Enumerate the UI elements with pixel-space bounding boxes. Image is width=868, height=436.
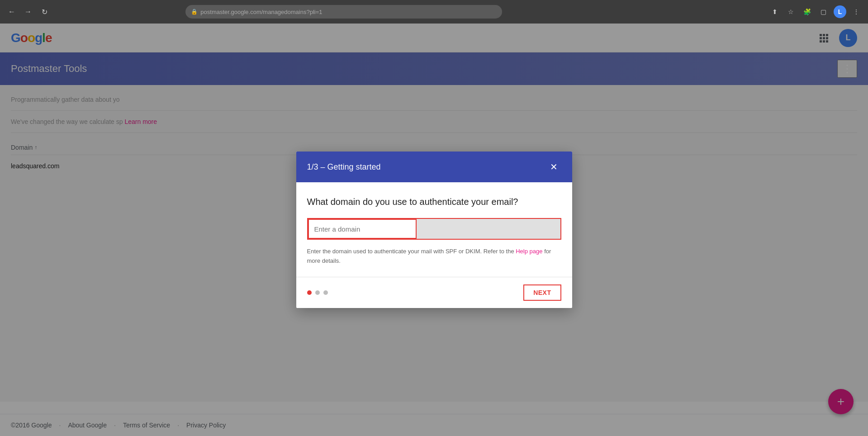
help-page-link[interactable]: Help page [516, 248, 542, 255]
browser-user-avatar[interactable]: L [834, 5, 846, 18]
browser-chrome: ← → ↻ 🔒 postmaster.google.com/managedoma… [0, 0, 868, 24]
domain-input[interactable] [308, 219, 417, 239]
dialog: 1/3 – Getting started ✕ What domain do y… [296, 152, 572, 308]
lock-icon: 🔒 [191, 9, 198, 15]
browser-actions: ⬆ ☆ 🧩 ▢ L ⋮ [768, 5, 863, 18]
share-button[interactable]: ⬆ [768, 5, 781, 18]
dialog-title: 1/3 – Getting started [307, 162, 381, 172]
forward-button[interactable]: → [22, 5, 34, 18]
url-text: postmaster.google.com/managedomains?pli=… [200, 9, 322, 15]
back-button[interactable]: ← [5, 5, 18, 18]
next-button[interactable]: NEXT [523, 284, 561, 301]
domain-input-inactive [417, 219, 560, 239]
browser-menu-button[interactable]: ⋮ [850, 5, 863, 18]
domain-help-text: Enter the domain used to authenticate yo… [307, 247, 561, 266]
extensions-button[interactable]: 🧩 [801, 5, 814, 18]
step-dot-2 [315, 290, 320, 295]
dialog-question: What domain do you use to authenticate y… [307, 197, 561, 207]
window-button[interactable]: ▢ [817, 5, 830, 18]
dialog-body: What domain do you use to authenticate y… [296, 182, 572, 277]
step-dot-1 [307, 290, 312, 295]
dialog-header: 1/3 – Getting started ✕ [296, 152, 572, 182]
bookmark-button[interactable]: ☆ [785, 5, 797, 18]
step-dot-3 [323, 290, 328, 295]
dialog-footer: NEXT [296, 277, 572, 308]
address-bar[interactable]: 🔒 postmaster.google.com/managedomains?pl… [185, 5, 502, 19]
dialog-close-button[interactable]: ✕ [547, 160, 561, 174]
domain-input-wrapper [307, 218, 561, 240]
modal-overlay[interactable]: 1/3 – Getting started ✕ What domain do y… [0, 24, 868, 436]
step-dots [307, 290, 328, 295]
reload-button[interactable]: ↻ [38, 5, 51, 18]
